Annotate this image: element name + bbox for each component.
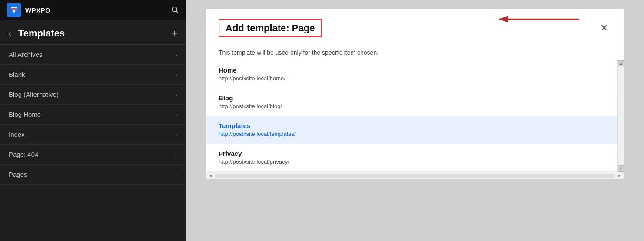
list-item-url: http://postxsite.local/home/	[219, 75, 605, 82]
sidebar-list: All Archives › Blank › Blog (Alternative…	[0, 45, 186, 241]
horizontal-scrollbar[interactable]: ◄ ►	[206, 172, 624, 179]
chevron-right-icon: ›	[175, 171, 177, 178]
sidebar: WPXPO ‹ Templates + All Archives › Blank…	[0, 0, 186, 241]
sidebar-item-page-404[interactable]: Page: 404 ›	[0, 145, 186, 165]
search-icon	[171, 6, 179, 14]
sidebar-item-label: Page: 404	[9, 151, 38, 158]
list-item-url: http://postxsite.local/templates/	[219, 131, 605, 137]
templates-heading: Templates	[18, 28, 165, 39]
list-item-templates[interactable]: Templates http://postxsite.local/templat…	[206, 116, 617, 144]
scroll-track	[215, 174, 615, 178]
dialog-title-box: Add template: Page	[219, 19, 322, 37]
templates-header: ‹ Templates +	[0, 20, 186, 45]
wpxpo-logo-icon	[7, 3, 21, 17]
sidebar-item-all-archives[interactable]: All Archives ›	[0, 45, 186, 65]
back-button[interactable]: ‹	[7, 29, 13, 38]
sidebar-item-pages[interactable]: Pages ›	[0, 165, 186, 185]
close-dialog-button[interactable]: ✕	[597, 22, 611, 35]
add-template-dialog: Add template: Page ✕ This template will …	[206, 9, 624, 179]
list-item-title: Home	[219, 66, 605, 74]
dialog-list-wrapper: Home http://postxsite.local/home/ Blog h…	[206, 60, 624, 172]
chevron-right-icon: ›	[175, 111, 177, 118]
sidebar-item-label: Blank	[9, 71, 25, 78]
vertical-scrollbar[interactable]: ▲ ▼	[617, 60, 624, 172]
search-button[interactable]	[171, 6, 179, 14]
dialog-title: Add template: Page	[226, 23, 315, 33]
list-item-blog[interactable]: Blog http://postxsite.local/blog/	[206, 88, 617, 116]
scroll-up-button[interactable]: ▲	[618, 60, 624, 66]
chevron-right-icon: ›	[175, 51, 177, 58]
chevron-right-icon: ›	[175, 151, 177, 158]
logo-text: WPXPO	[25, 7, 50, 14]
sidebar-item-label: All Archives	[9, 51, 43, 58]
sidebar-item-index[interactable]: Index ›	[0, 125, 186, 145]
list-item-url: http://postxsite.local/privacy/	[219, 158, 605, 165]
scroll-left-button[interactable]: ◄	[207, 173, 214, 178]
sidebar-item-blog-alternative[interactable]: Blog (Alternative) ›	[0, 85, 186, 105]
list-item-url: http://postxsite.local/blog/	[219, 103, 605, 109]
scroll-right-button[interactable]: ►	[616, 173, 623, 178]
dialog-list[interactable]: Home http://postxsite.local/home/ Blog h…	[206, 60, 617, 172]
add-template-button[interactable]: +	[170, 28, 179, 39]
list-item-title: Blog	[219, 94, 605, 102]
scroll-down-button[interactable]: ▼	[618, 165, 624, 172]
sidebar-item-label: Blog (Alternative)	[9, 91, 59, 98]
svg-rect-2	[11, 8, 17, 10]
chevron-right-icon: ›	[175, 131, 177, 138]
svg-line-4	[176, 11, 179, 13]
dialog-subtitle: This template will be used only for the …	[206, 43, 624, 60]
list-item-home[interactable]: Home http://postxsite.local/home/	[206, 60, 617, 88]
topbar: WPXPO	[0, 0, 186, 20]
list-item-title: Privacy	[219, 150, 605, 157]
chevron-right-icon: ›	[175, 91, 177, 98]
list-item-privacy[interactable]: Privacy http://postxsite.local/privacy/	[206, 144, 617, 172]
chevron-right-icon: ›	[175, 71, 177, 78]
dialog-header: Add template: Page ✕	[206, 9, 624, 43]
sidebar-item-blog-home[interactable]: Blog Home ›	[0, 105, 186, 125]
list-item-title: Templates	[219, 122, 605, 129]
sidebar-item-label: Blog Home	[9, 111, 41, 118]
sidebar-item-label: Index	[9, 131, 25, 138]
sidebar-item-blank[interactable]: Blank ›	[0, 65, 186, 85]
sidebar-item-label: Pages	[9, 171, 27, 178]
main-content: Add template: Page ✕ This template will …	[186, 0, 644, 241]
